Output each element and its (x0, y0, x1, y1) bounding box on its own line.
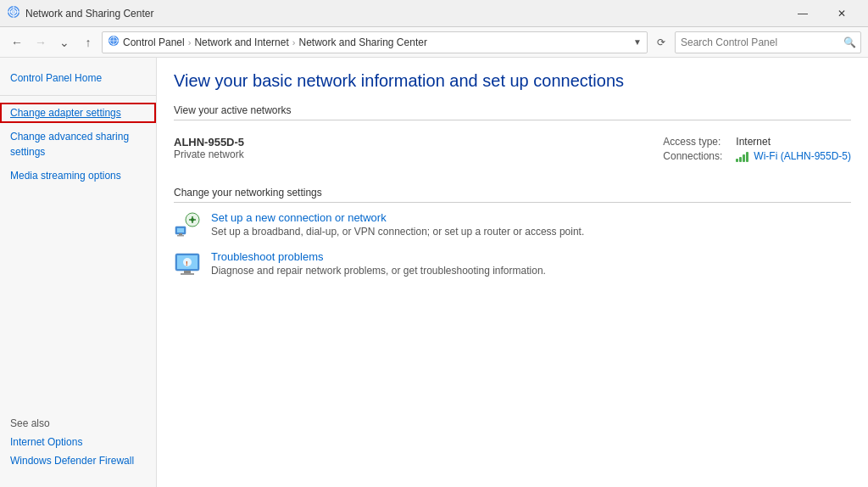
breadcrumb-dropdown-button[interactable]: ▼ (633, 37, 642, 47)
svg-point-16 (191, 218, 194, 221)
sidebar: Control Panel Home Change adapter settin… (0, 58, 157, 487)
new-connection-link[interactable]: Set up a new connection or network (211, 211, 584, 224)
breadcrumb: Control Panel › Network and Internet › N… (102, 31, 648, 53)
app-icon (7, 5, 20, 21)
connections-label: Connections: (663, 150, 731, 162)
minimize-button[interactable]: — (783, 0, 822, 27)
window-title: Network and Sharing Center (25, 8, 783, 20)
title-bar: Network and Sharing Center — ✕ (0, 0, 868, 27)
close-button[interactable]: ✕ (822, 0, 861, 27)
wifi-signal-icon (736, 150, 748, 162)
network-box: ALHN-955D-5 Private network Access type:… (174, 127, 851, 173)
sidebar-item-control-panel-home[interactable]: Control Panel Home (0, 68, 156, 88)
see-also-label: See also (10, 417, 147, 429)
forward-button[interactable]: → (31, 32, 51, 53)
new-connection-item: Set up a new connection or network Set u… (174, 211, 851, 238)
troubleshoot-item: ! Troubleshoot problems Diagnose and rep… (174, 250, 851, 277)
new-connection-desc: Set up a broadband, dial-up, or VPN conn… (211, 226, 584, 238)
up-button[interactable]: ↑ (78, 32, 98, 53)
search-input[interactable] (675, 31, 861, 53)
page-title: View your basic network information and … (174, 71, 851, 91)
active-networks-header: View your active networks (174, 104, 851, 120)
svg-rect-11 (179, 233, 182, 235)
network-details: Access type: Internet Connections: Wi-Fi… (663, 136, 851, 165)
breadcrumb-icon (108, 35, 120, 49)
troubleshoot-link[interactable]: Troubleshoot problems (211, 250, 546, 263)
svg-rect-12 (177, 235, 184, 237)
sidebar-item-change-advanced-sharing[interactable]: Change advanced sharing settings (0, 126, 156, 162)
window-controls: — ✕ (783, 0, 861, 27)
wifi-connection-link[interactable]: Wi-Fi (ALHN-955D-5) (754, 150, 851, 162)
network-type: Private network (174, 148, 629, 160)
new-connection-icon (174, 211, 201, 238)
network-info: ALHN-955D-5 Private network (174, 136, 629, 160)
breadcrumb-network-internet[interactable]: Network and Internet (194, 36, 288, 48)
networking-settings-header: Change your networking settings (174, 187, 851, 203)
content-area: View your basic network information and … (157, 58, 868, 487)
troubleshoot-icon: ! (174, 250, 201, 277)
troubleshoot-desc: Diagnose and repair network problems, or… (211, 265, 546, 277)
address-bar: ← → ⌄ ↑ Control Panel › Network and Inte… (0, 27, 868, 58)
sidebar-item-change-adapter-settings[interactable]: Change adapter settings (0, 103, 156, 123)
new-connection-text: Set up a new connection or network Set u… (211, 211, 584, 238)
breadcrumb-current: Network and Sharing Center (298, 36, 426, 48)
search-wrapper: 🔍 (675, 31, 861, 53)
sidebar-windows-defender[interactable]: Windows Defender Firewall (10, 451, 147, 470)
see-also-section: See also Internet Options Windows Defend… (0, 417, 157, 470)
sidebar-item-media-streaming[interactable]: Media streaming options (0, 165, 156, 186)
sidebar-internet-options[interactable]: Internet Options (10, 433, 147, 451)
svg-text:!: ! (186, 260, 188, 267)
breadcrumb-control-panel[interactable]: Control Panel (123, 36, 185, 48)
access-type-value: Internet (736, 136, 771, 148)
svg-rect-19 (184, 271, 191, 273)
troubleshoot-text: Troubleshoot problems Diagnose and repai… (211, 250, 546, 277)
connections-row: Connections: Wi-Fi (ALHN-955D-5) (663, 150, 851, 162)
network-name: ALHN-955D-5 (174, 136, 629, 148)
main-layout: Control Panel Home Change adapter settin… (0, 58, 868, 487)
svg-rect-10 (177, 228, 184, 232)
back-button[interactable]: ← (7, 32, 27, 53)
access-type-label: Access type: (663, 136, 731, 148)
sidebar-divider (0, 95, 156, 96)
networking-settings-section: Change your networking settings (174, 187, 851, 277)
recent-locations-button[interactable]: ⌄ (54, 32, 75, 53)
access-type-row: Access type: Internet (663, 136, 851, 148)
refresh-button[interactable]: ⟳ (651, 32, 671, 53)
svg-rect-20 (181, 273, 194, 275)
